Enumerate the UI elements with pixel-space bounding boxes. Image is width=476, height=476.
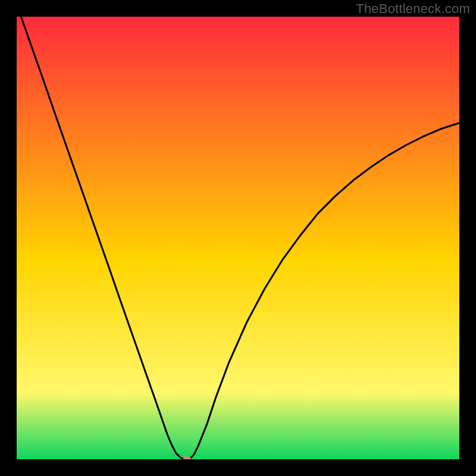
plot-area <box>17 17 459 459</box>
chart-svg <box>17 17 459 459</box>
attribution-label: TheBottleneck.com <box>356 1 470 17</box>
gradient-background <box>17 17 459 459</box>
chart-frame: TheBottleneck.com <box>0 0 476 476</box>
